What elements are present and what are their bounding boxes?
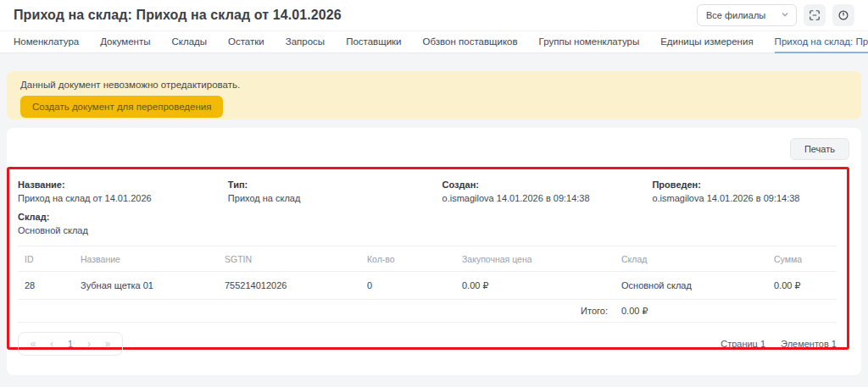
items-table-wrapper: ID Название SGTIN Кол-во Закупочная цена… xyxy=(18,246,837,323)
tab-dokumenty[interactable]: Документы xyxy=(100,31,150,53)
tab-prihod-na-sklad-active[interactable]: Приход на склад: Приход на склад от 14.0… xyxy=(775,31,868,53)
header-controls: Все филиалы xyxy=(697,4,854,26)
field-warehouse: Склад: Основной склад xyxy=(18,212,228,235)
cell-purchase-price: 0.00 ₽ xyxy=(455,272,615,300)
cell-sum: 0.00 ₽ xyxy=(767,272,837,300)
tab-postavshchiki[interactable]: Поставщики xyxy=(346,31,401,53)
items-table: ID Название SGTIN Кол-во Закупочная цена… xyxy=(18,246,837,323)
create-reposting-document-button[interactable]: Создать документ для перепроведения xyxy=(20,96,223,118)
red-annotation-box: Название: Приход на склад от 14.01.2026 … xyxy=(7,167,849,350)
field-created-label: Создан: xyxy=(442,180,653,190)
field-type-value: Приход на склад xyxy=(228,193,442,203)
cell-name: Зубная щетка 01 xyxy=(74,272,218,300)
card-toolbar: Печать xyxy=(7,128,861,167)
tab-obzvon-postavshchikov[interactable]: Обзвон поставщиков xyxy=(423,31,518,53)
next-page-button[interactable]: › xyxy=(80,339,98,349)
last-page-button[interactable]: » xyxy=(98,339,117,349)
total-row: Итого: 0.00 ₽ xyxy=(18,300,837,323)
pages-count: Страниц 1 xyxy=(721,339,765,349)
pagination: « ‹ 1 › » xyxy=(18,332,123,356)
page-title: Приход на склад: Приход на склад от 14.0… xyxy=(14,8,342,23)
field-name: Название: Приход на склад от 14.01.2026 xyxy=(18,180,228,203)
top-header: Приход на склад: Приход на склад от 14.0… xyxy=(0,0,868,30)
cell-id: 28 xyxy=(18,272,74,300)
field-posted-label: Проведен: xyxy=(652,180,842,190)
branch-select-value: Все филиалы xyxy=(706,10,765,20)
field-created-value: o.ismagilova 14.01.2026 в 09:14:38 xyxy=(442,193,653,203)
fullscreen-button[interactable] xyxy=(804,4,826,26)
field-posted-value: o.ismagilova 14.01.2026 в 09:14:38 xyxy=(652,193,842,203)
fullscreen-icon xyxy=(809,9,821,21)
items-count: Элементов 1 xyxy=(781,339,837,349)
field-posted: Проведен: o.ismagilova 14.01.2026 в 09:1… xyxy=(652,180,842,203)
document-details: Название: Приход на склад от 14.01.2026 … xyxy=(9,169,847,240)
branch-select[interactable]: Все филиалы xyxy=(697,4,797,26)
cell-warehouse: Основной склад xyxy=(615,272,767,300)
history-button[interactable] xyxy=(832,4,854,26)
col-purchase-price: Закупочная цена xyxy=(455,246,615,272)
cell-sgtin: 755214012026 xyxy=(218,272,360,300)
warning-message: Данный документ невозможно отредактирова… xyxy=(20,80,848,90)
chevron-down-icon xyxy=(781,10,789,20)
tab-ostatki[interactable]: Остатки xyxy=(228,31,264,53)
col-sgtin: SGTIN xyxy=(218,246,360,272)
table-row[interactable]: 28 Зубная щетка 01 755214012026 0 0.00 ₽… xyxy=(18,272,837,300)
tab-nomenklatura[interactable]: Номенклатура xyxy=(14,31,79,53)
col-quantity: Кол-во xyxy=(360,246,455,272)
current-page[interactable]: 1 xyxy=(61,339,80,349)
document-card: Печать Название: Приход на склад от 14.0… xyxy=(7,128,861,375)
col-id: ID xyxy=(18,246,74,272)
tab-edinitsy-izmereniya[interactable]: Единицы измерения xyxy=(660,31,753,53)
field-created: Создан: o.ismagilova 14.01.2026 в 09:14:… xyxy=(442,180,653,203)
total-label: Итого: xyxy=(455,300,615,323)
field-warehouse-value: Основной склад xyxy=(18,225,228,235)
field-name-value: Приход на склад от 14.01.2026 xyxy=(18,193,228,203)
first-page-button[interactable]: « xyxy=(24,339,42,349)
footer-counts: Страниц 1 Элементов 1 xyxy=(721,339,837,349)
field-warehouse-label: Склад: xyxy=(18,212,228,222)
col-warehouse: Склад xyxy=(615,246,767,272)
nav-tabs: Номенклатура Документы Склады Остатки За… xyxy=(0,30,868,53)
tab-sklady[interactable]: Склады xyxy=(171,31,207,53)
tab-zaprosy[interactable]: Запросы xyxy=(286,31,325,53)
print-button[interactable]: Печать xyxy=(790,138,849,160)
field-name-label: Название: xyxy=(18,180,228,190)
total-value: 0.00 ₽ xyxy=(615,300,767,323)
warning-banner: Данный документ невозможно отредактирова… xyxy=(7,71,861,119)
col-name: Название xyxy=(74,246,218,272)
col-sum: Сумма xyxy=(767,246,837,272)
cell-quantity: 0 xyxy=(360,272,455,300)
prev-page-button[interactable]: ‹ xyxy=(42,339,61,349)
field-type-label: Тип: xyxy=(228,180,442,190)
table-header-row: ID Название SGTIN Кол-во Закупочная цена… xyxy=(18,246,837,272)
table-footer: « ‹ 1 › » Страниц 1 Элементов 1 xyxy=(18,332,837,356)
tab-gruppy-nomenklatury[interactable]: Группы номенклатуры xyxy=(539,31,640,53)
clock-icon xyxy=(837,9,849,21)
field-type: Тип: Приход на склад xyxy=(228,180,442,203)
